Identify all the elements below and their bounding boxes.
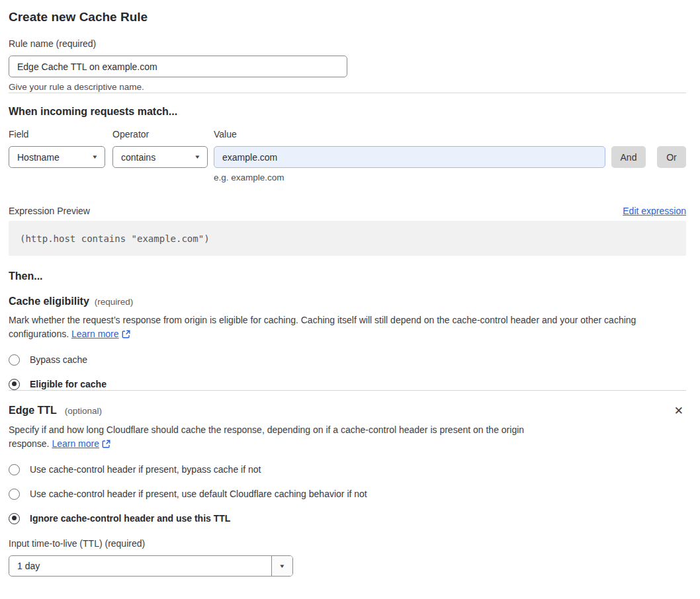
expression-code: (http.host contains "example.com") [20,233,210,244]
radio-label: Bypass cache [30,354,87,366]
ttl-label: Input time-to-live (TTL) (required) [9,538,686,549]
match-row: Field Hostname ▾ Operator contains ▾ Val… [9,129,686,183]
radio-bypass-cache[interactable]: Bypass cache [9,354,686,366]
radio-icon[interactable] [9,354,20,366]
edge-ttl-header-row: Edge TTL (optional) ✕ [9,404,686,418]
operator-label: Operator [112,129,208,140]
edit-expression-link[interactable]: Edit expression [623,206,686,216]
operator-select-value: contains [121,152,155,163]
operator-select[interactable]: contains ▾ [112,146,208,168]
rule-name-input[interactable] [9,56,347,77]
value-helper: e.g. example.com [214,172,605,183]
edge-ttl-description: Specify if and how long Cloudflare shoul… [9,423,563,452]
then-heading: Then... [9,270,686,283]
match-heading: When incoming requests match... [9,105,686,118]
radio-icon[interactable] [9,489,20,500]
and-button[interactable]: And [611,146,646,168]
chevron-down-icon: ▾ [93,154,97,160]
expression-preview-label: Expression Preview [9,206,90,216]
divider-top [9,93,686,93]
expression-code-block: (http.host contains "example.com") [9,221,686,256]
cache-eligibility-badge: (required) [95,297,134,307]
radio-label: Ignore cache-control header and use this… [30,512,230,524]
external-link-icon [102,438,110,452]
rule-name-group: Rule name (required) Give your rule a de… [9,38,686,93]
radio-use-header-bypass[interactable]: Use cache-control header if present, byp… [9,463,686,475]
edge-ttl-learn-more-link[interactable]: Learn more [52,438,99,449]
radio-label: Use cache-control header if present, use… [30,488,367,500]
edge-ttl-badge: (optional) [65,406,102,416]
cache-eligibility-heading-row: Cache eligibility (required) [9,295,686,308]
radio-selected-icon[interactable] [9,379,20,390]
edge-ttl-title: Edge TTL [9,405,57,416]
divider-edge-ttl [9,390,686,391]
radio-eligible-for-cache[interactable]: Eligible for cache [9,378,686,390]
cache-eligibility-title: Cache eligibility [9,295,89,308]
expression-preview-row: Expression Preview Edit expression [9,206,686,216]
field-label: Field [9,129,105,140]
value-input[interactable] [214,146,605,168]
radio-selected-icon[interactable] [9,513,20,524]
radio-label: Use cache-control header if present, byp… [30,463,261,475]
ttl-group: Input time-to-live (TTL) (required) 1 da… [9,538,686,577]
radio-ignore-header-ttl[interactable]: Ignore cache-control header and use this… [9,512,686,524]
rule-name-label: Rule name (required) [9,38,686,50]
rule-name-helper: Give your rule a descriptive name. [9,81,686,93]
or-button[interactable]: Or [657,146,686,168]
chevron-down-icon: ▾ [196,154,200,160]
radio-use-header-default[interactable]: Use cache-control header if present, use… [9,488,686,500]
cache-eligibility-description: Mark whether the request’s response from… [9,313,686,342]
value-label: Value [214,129,605,140]
field-select[interactable]: Hostname ▾ [9,146,105,168]
page-title: Create new Cache Rule [9,9,686,25]
radio-icon[interactable] [9,464,20,475]
field-select-value: Hostname [17,152,60,163]
chevron-down-icon: ▾ [280,563,284,569]
cache-eligibility-learn-more-link[interactable]: Learn more [71,329,119,339]
ttl-select[interactable]: 1 day ▾ [9,555,293,577]
ttl-select-arrow-button[interactable]: ▾ [271,556,292,576]
ttl-select-value: 1 day [9,556,271,576]
external-link-icon [122,329,130,342]
radio-label: Eligible for cache [30,378,107,390]
close-icon[interactable]: ✕ [672,404,686,418]
